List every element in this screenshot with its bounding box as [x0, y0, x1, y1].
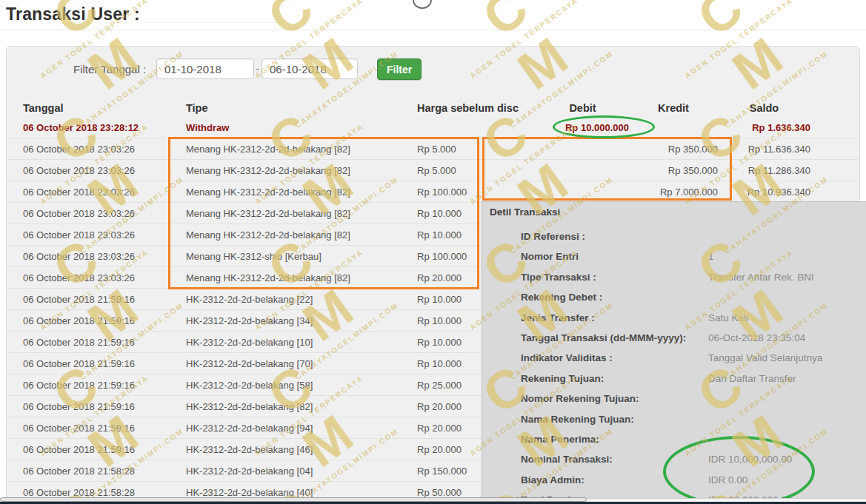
detail-field: Nomor Entri1 — [482, 247, 866, 267]
cell-tanggal: 06 October 2018 23:03:26 — [7, 187, 186, 198]
cell-tanggal: 06 October 2018 21:59:16 — [7, 423, 186, 434]
detail-field: Nama Rekening Tujuan: — [482, 410, 866, 430]
cell-tipe: Withdraw — [186, 122, 412, 133]
detail-field: ID Referensi : — [482, 227, 866, 247]
cell-tanggal: 06 October 2018 23:03:26 — [7, 251, 186, 262]
detail-field: Indikator Validitas :Tanggal Valid Selan… — [482, 349, 866, 369]
col-header-kredit: Kredit — [629, 102, 718, 114]
table-header: Tanggal Tipe Harga sebelum disc Debit Kr… — [7, 98, 859, 118]
col-header-harga: Harga sebelum disc — [412, 102, 536, 114]
watermark-circle-icon — [413, 0, 432, 9]
col-header-tipe: Tipe — [186, 102, 412, 114]
cell-tanggal: 06 October 2018 21:59:16 — [7, 380, 186, 391]
cell-harga: Rp 100.000 — [412, 187, 536, 198]
detail-field-label: Tanggal Transaksi (dd-MMM-yyyy): — [521, 332, 686, 343]
cell-tipe: HK-2312-2d-2d-belakang [22] — [186, 294, 412, 305]
detail-field-label: Tipe Transaksi : — [521, 272, 596, 283]
cell-saldo: Rp 11.636.340 — [718, 144, 810, 155]
table-row[interactable]: 06 October 2018 23:03:26Menang HK-2312-2… — [7, 160, 859, 181]
filter-bar: Filter Tanggal : - Filter — [7, 57, 859, 84]
cell-tanggal: 06 October 2018 23:03:26 — [7, 229, 186, 241]
detail-field: Tanggal Transaksi (dd-MMM-yyyy):06-Oct-2… — [482, 329, 866, 349]
table-row[interactable]: 06 October 2018 23:03:26Menang HK-2312-2… — [7, 181, 859, 203]
filter-button[interactable]: Filter — [377, 58, 422, 80]
transaction-page: Transaksi User : Filter Tanggal : - Filt… — [0, 0, 866, 504]
cell-tanggal: 06 October 2018 21:59:16 — [7, 358, 186, 369]
detail-field: Nomor Rekening Tujuan: — [482, 389, 866, 409]
detail-field-value: Transfer Antar Rek. BNI — [708, 272, 814, 283]
cell-tipe: Menang HK-2312-2d-2d-belakang [82] — [186, 272, 412, 283]
filter-label: Filter Tanggal : — [73, 63, 146, 75]
date-from-input[interactable] — [156, 58, 254, 79]
detail-field-value: Dari Daftar Transfer — [708, 373, 796, 384]
cell-kredit: Rp 350.000 — [629, 144, 718, 155]
detail-field-label: Rekening Tujuan: — [521, 373, 604, 384]
cell-tipe: Menang HK-2312-2d-2d-belakang [82] — [186, 165, 412, 176]
cell-debit: Rp 10.000.000 — [536, 122, 629, 133]
col-header-debit: Debit — [536, 102, 629, 114]
detail-field-value: IDR 0.00 — [708, 474, 747, 485]
detail-field: Biaya Admin:IDR 0.00 — [482, 471, 866, 491]
detail-field-label: Indikator Validitas : — [521, 352, 613, 363]
cell-saldo: Rp 10.936.340 — [718, 187, 810, 198]
cell-saldo: Rp 11.286.340 — [718, 165, 810, 176]
detail-field-value: 1 — [708, 251, 714, 262]
cell-tipe: HK-2312-2d-2d-belakang [04] — [186, 466, 412, 477]
cell-harga: Rp 5.000 — [412, 144, 536, 155]
col-header-tanggal: Tanggal — [7, 102, 186, 114]
date-to-input[interactable] — [262, 58, 358, 79]
cell-tanggal: 06 October 2018 23:03:26 — [7, 272, 186, 283]
cell-kredit: Rp 7.000.000 — [629, 187, 718, 198]
cell-tanggal: 06 October 2018 23:28:12 — [7, 122, 186, 133]
detail-field-label: Nominal Transaksi: — [521, 454, 613, 465]
cell-tipe: HK-2312-2d-2d-belakang [70] — [186, 358, 412, 369]
transaction-detail-panel: Detil Transaksi ID Referensi :Nomor Entr… — [482, 201, 866, 504]
detail-field-label: Nama Rekening Tujuan: — [521, 414, 634, 425]
detail-field: Tipe Transaksi :Transfer Antar Rek. BNI — [482, 268, 866, 288]
cell-tanggal: 06 October 2018 21:59:16 — [7, 401, 186, 412]
cell-tanggal: 06 October 2018 21:59:16 — [7, 294, 186, 305]
cell-tipe: HK-2312-2d-2d-belakang [82] — [186, 401, 412, 412]
detail-field: Nominal Transaksi:IDR 10,000,000.00 — [482, 450, 866, 470]
detail-field-value: Tanggal Valid Selanjutnya — [708, 352, 822, 363]
page-title-text: Transaksi User : — [6, 4, 140, 24]
cell-kredit: Rp 350.000 — [629, 165, 718, 176]
detail-field-value: 06-Oct-2018 23:35:04 — [708, 332, 805, 343]
cell-tipe: HK-2312-2d-2d-belakang [58] — [186, 380, 412, 391]
page-title: Transaksi User : — [6, 4, 286, 24]
cell-tipe: HK-2312-2d-2d-belakang [40] — [186, 487, 412, 498]
detail-field-label: Nama Penerima: — [521, 434, 599, 445]
cell-tanggal: 06 October 2018 23:03:26 — [7, 208, 186, 219]
table-row[interactable]: 06 October 2018 23:03:26Menang HK-2312-2… — [7, 138, 859, 160]
detail-field-label: Nomor Rekening Tujuan: — [521, 393, 639, 404]
title-divider — [0, 30, 866, 30]
censored-username — [145, 8, 286, 23]
col-header-saldo: Saldo — [718, 102, 810, 114]
detail-field-value: Satu Kali — [708, 312, 748, 323]
cell-tipe: Menang HK-2312-2d-2d-belakang [82] — [186, 144, 412, 155]
detail-field: Rekening Tujuan:Dari Daftar Transfer — [482, 369, 866, 389]
table-row[interactable]: 06 October 2018 23:28:12WithdrawRp 10.00… — [7, 117, 859, 138]
date-range-separator: - — [256, 63, 259, 75]
cell-saldo: Rp 1.636.340 — [718, 122, 810, 133]
detail-field: Rekening Debet : — [482, 288, 866, 308]
detail-fields: ID Referensi :Nomor Entri1Tipe Transaksi… — [482, 227, 866, 504]
cell-tanggal: 06 October 2018 21:58:28 — [7, 466, 186, 477]
cell-tanggal: 06 October 2018 23:03:26 — [7, 144, 186, 155]
cell-tipe: HK-2312-2d-2d-belakang [46] — [186, 444, 412, 455]
cell-tipe: HK-2312-2d-2d-belakang [34] — [186, 315, 412, 326]
detail-field-label: Jenis Transfer : — [521, 312, 595, 323]
detail-panel-title: Detil Transaksi — [490, 206, 560, 218]
detail-field-value: IDR 10,000,000.00 — [708, 454, 792, 465]
detail-field-label: ID Referensi : — [521, 231, 585, 242]
cell-tanggal: 06 October 2018 23:03:26 — [7, 165, 186, 176]
detail-field: Nama Penerima: — [482, 430, 866, 450]
detail-field-label: Biaya Admin: — [521, 474, 584, 485]
cell-tanggal: 06 October 2018 21:59:16 — [7, 444, 186, 455]
cell-tipe: HK-2312-2d-2d-belakang [10] — [186, 337, 412, 348]
cell-tanggal: 06 October 2018 21:58:28 — [7, 487, 186, 498]
cell-tanggal: 06 October 2018 21:59:16 — [7, 315, 186, 326]
cell-harga: Rp 5.000 — [412, 165, 536, 176]
detail-field-label: Nomor Entri — [521, 251, 579, 262]
cell-tanggal: 06 October 2018 21:59:16 — [7, 337, 186, 348]
